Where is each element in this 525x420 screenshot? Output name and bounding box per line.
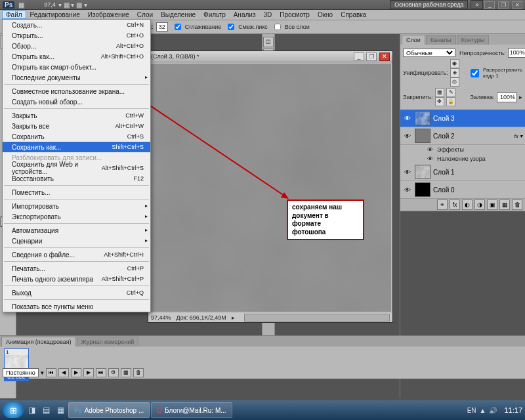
menuitem-последние-документы[interactable]: Последние документы: [3, 72, 150, 83]
pinned-app-icon[interactable]: ◨: [25, 404, 38, 417]
tab-layers[interactable]: Слои: [402, 35, 425, 45]
last-frame-icon[interactable]: ⏭: [96, 368, 106, 377]
document-canvas[interactable]: [150, 64, 391, 312]
menuitem-открыть-как-[interactable]: Открыть как...Alt+Shift+Ctrl+O: [3, 51, 150, 62]
layer-opacity-field[interactable]: 100%: [508, 48, 525, 58]
workspace-button[interactable]: Основная рабочая среда: [390, 0, 468, 9]
visibility-icon[interactable]: 👁: [403, 115, 412, 122]
menu-просмотр[interactable]: Просмотр: [276, 10, 314, 19]
pinned-app-icon[interactable]: ▦: [54, 404, 67, 417]
layer-row[interactable]: 👁Слой 0: [400, 181, 525, 199]
unify-icon[interactable]: ◎: [450, 77, 459, 87]
lock-transparent-icon[interactable]: ▦: [435, 88, 444, 97]
menuitem-сохранить-как-[interactable]: Сохранить как...Shift+Ctrl+S: [3, 142, 150, 152]
unify-icon[interactable]: ◉: [450, 59, 459, 68]
all-layers-checkbox[interactable]: [274, 24, 281, 30]
menuitem-открыть-[interactable]: Открыть...Ctrl+O: [3, 30, 150, 41]
start-button[interactable]: ⊞: [3, 402, 24, 418]
doc-max-icon[interactable]: ❐: [366, 52, 377, 61]
inner-min-icon[interactable]: _: [484, 1, 495, 9]
visibility-icon[interactable]: 👁: [403, 133, 412, 140]
tab-paths[interactable]: Контуры: [457, 35, 489, 45]
visibility-icon[interactable]: 👁: [403, 169, 412, 176]
menuitem-создать-новый-обзор-[interactable]: Создать новый обзор...: [3, 96, 150, 107]
tray-clock[interactable]: 11:17: [504, 406, 522, 414]
taskbar-item-photoshop[interactable]: PsAdobe Photoshop ...: [68, 402, 150, 418]
new-layer-icon[interactable]: ▦: [499, 200, 510, 210]
inner-max-icon[interactable]: ❐: [498, 1, 509, 9]
propagate-checkbox[interactable]: [471, 69, 479, 77]
menuitem-закрыть-все[interactable]: Закрыть всеAlt+Ctrl+W: [3, 121, 150, 131]
menu-слои[interactable]: Слои: [133, 10, 157, 19]
menu-фильтр[interactable]: Фильтр: [200, 10, 230, 19]
menuitem-импортировать[interactable]: Импортировать: [3, 201, 150, 211]
lock-move-icon[interactable]: ✥: [435, 97, 444, 106]
doc-scrollbar[interactable]: [244, 314, 390, 322]
doc-zoom[interactable]: 97,44%: [151, 314, 171, 321]
menu-редактирование[interactable]: Редактирование: [26, 10, 84, 19]
menuitem-сохранить[interactable]: СохранитьCtrl+S: [3, 131, 150, 142]
new-frame-icon[interactable]: ▦: [121, 368, 131, 377]
layer-fill-field[interactable]: 100%: [497, 93, 517, 102]
taskbar-item-browser[interactable]: OБлоги@Mail.Ru: М...: [151, 402, 232, 418]
menuitem-создать-[interactable]: Создать...Ctrl+N: [3, 20, 150, 30]
system-tray[interactable]: EN ▲ 🔊 11:17: [467, 406, 522, 414]
pinned-app-icon[interactable]: ▤: [39, 404, 52, 417]
menu-анализ[interactable]: Анализ: [230, 10, 260, 19]
menu-3d[interactable]: 3D: [259, 10, 276, 19]
contiguous-checkbox[interactable]: [228, 24, 234, 30]
visibility-icon[interactable]: 👁: [403, 186, 412, 194]
layer-fx-group[interactable]: 👁 Эффекты: [400, 145, 525, 154]
layer-fx-item[interactable]: 👁 Наложение узора: [400, 154, 525, 163]
layer-mask-icon[interactable]: ◐: [462, 200, 472, 210]
tray-icon[interactable]: 🔊: [489, 407, 497, 414]
tray-lang[interactable]: EN: [467, 407, 476, 414]
first-frame-icon[interactable]: ⏮: [46, 368, 56, 377]
unify-icon[interactable]: ◈: [450, 68, 459, 77]
blend-mode-select[interactable]: Обычные: [403, 49, 455, 57]
menuitem-обзор-[interactable]: Обзор...Alt+Ctrl+O: [3, 41, 150, 51]
menu-файл[interactable]: Файл: [2, 10, 26, 19]
menuitem-закрыть[interactable]: ЗакрытьCtrl+W: [3, 110, 150, 121]
menuitem-поместить-[interactable]: Поместить...: [3, 187, 150, 198]
titlebar-tool-icon[interactable]: ▦: [18, 1, 24, 9]
lock-paint-icon[interactable]: ✎: [446, 88, 455, 97]
loop-select[interactable]: Постоянно: [3, 368, 39, 377]
menuitem-восстановить[interactable]: ВосстановитьF12: [3, 173, 150, 184]
menuitem-экспортировать[interactable]: Экспортировать: [3, 211, 150, 222]
menu-изображение[interactable]: Изображение: [84, 10, 133, 19]
menuitem-автоматизация[interactable]: Автоматизация: [3, 225, 150, 236]
tolerance-field[interactable]: 32: [156, 22, 168, 32]
delete-frame-icon[interactable]: 🗑: [133, 368, 144, 377]
layer-group-icon[interactable]: ▣: [487, 200, 497, 210]
tween-icon[interactable]: ⚙: [108, 368, 119, 377]
doc-min-icon[interactable]: _: [354, 52, 364, 61]
tab-animation[interactable]: Анимация (покадровая): [1, 337, 76, 346]
adjustment-layer-icon[interactable]: ◑: [474, 200, 485, 210]
delete-layer-icon[interactable]: 🗑: [512, 200, 522, 210]
menuitem-сохранить-для-web-и-устройств-[interactable]: Сохранить для Web и устройств...Alt+Shif…: [3, 163, 150, 173]
link-layers-icon[interactable]: ⚭: [437, 200, 448, 210]
lock-all-icon[interactable]: 🔒: [446, 97, 455, 106]
menuitem-открыть-как-смарт-объект-[interactable]: Открыть как смарт-объект...: [3, 62, 150, 72]
play-icon[interactable]: ▶: [71, 368, 81, 377]
menu-выделение[interactable]: Выделение: [157, 10, 200, 19]
document-titlebar[interactable]: (Слой 3, RGB/8) * _ ❐ ✕: [148, 51, 392, 62]
next-frame-icon[interactable]: ▶: [83, 368, 94, 377]
menuitem-печатать-[interactable]: Печатать...Ctrl+P: [3, 263, 150, 274]
menuitem-сценарии[interactable]: Сценарии: [3, 236, 150, 246]
layer-row[interactable]: 👁Слой 3: [400, 110, 525, 127]
antialias-checkbox[interactable]: [175, 24, 181, 30]
menuitem-совместное-использование-экрана-[interactable]: Совместное использование экрана...: [3, 86, 150, 96]
layer-fx-icon[interactable]: fx: [450, 200, 460, 210]
fx-badge[interactable]: fx ▾: [514, 133, 522, 139]
layer-row[interactable]: 👁Слой 1: [400, 163, 525, 181]
dock-icon[interactable]: ◫: [263, 37, 274, 47]
layer-row[interactable]: 👁Слой 2fx ▾: [400, 127, 525, 145]
menu-справка[interactable]: Справка: [337, 10, 370, 19]
tab-measure-log[interactable]: Журнал измерений: [77, 337, 139, 346]
menu-окно[interactable]: Окно: [314, 10, 337, 19]
tray-icon[interactable]: ▲: [480, 407, 486, 414]
menuitem-печать-одного-экземпляра[interactable]: Печать одного экземпляраAlt+Shift+Ctrl+P: [3, 274, 150, 284]
tab-channels[interactable]: Каналы: [426, 35, 456, 45]
